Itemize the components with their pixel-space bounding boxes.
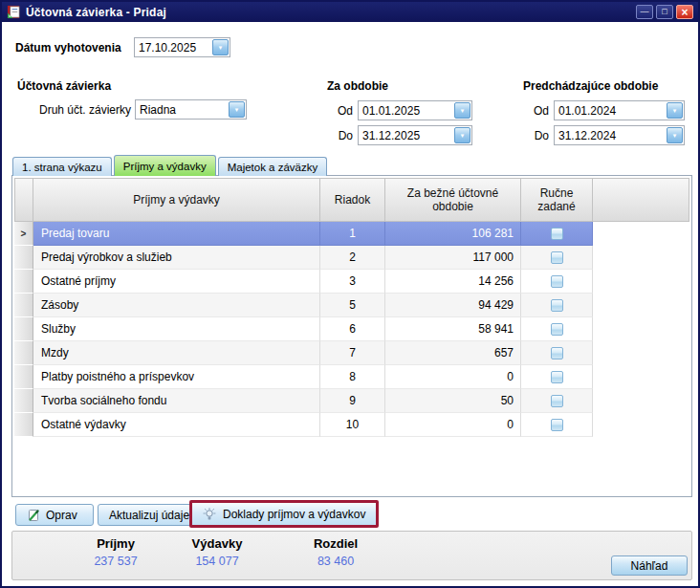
cell-suma: 58 941 xyxy=(385,317,521,341)
obdobie-do-combo: ▼ xyxy=(358,125,472,145)
manual-entry-checkbox[interactable] xyxy=(551,299,563,312)
table-row[interactable]: Ostatné príjmy 3 14 256 xyxy=(14,270,689,294)
cell-nazov: Mzdy xyxy=(33,341,320,365)
row-selector[interactable] xyxy=(14,413,33,437)
column-header-rucne[interactable]: Ručne zadané xyxy=(521,178,593,222)
cell-riadok: 6 xyxy=(320,317,385,341)
obdobie-do-dropdown-button[interactable]: ▼ xyxy=(454,127,470,143)
cell-riadok: 10 xyxy=(320,413,385,437)
manual-entry-checkbox[interactable] xyxy=(551,371,563,383)
aktualizuj-button[interactable]: Aktualizuj údaje xyxy=(98,504,201,526)
oprav-button[interactable]: Oprav xyxy=(15,504,94,526)
predch-do-dropdown-button[interactable]: ▼ xyxy=(667,127,683,143)
cell-rucne xyxy=(521,246,593,270)
manual-entry-checkbox[interactable] xyxy=(551,275,563,288)
maximize-button[interactable]: □ xyxy=(656,5,673,19)
cell-rucne xyxy=(521,222,593,246)
app-icon xyxy=(7,5,21,19)
cell-suma: 94 429 xyxy=(385,294,521,317)
tab-1-strana-vykazu[interactable]: 1. strana výkazu xyxy=(12,157,112,176)
manual-entry-checkbox[interactable] xyxy=(551,347,563,359)
tab-prijmy-a-vydavky[interactable]: Príjmy a výdavky xyxy=(114,155,216,176)
chevron-down-icon: ▼ xyxy=(460,108,466,114)
column-header-filler xyxy=(593,178,689,222)
cell-suma: 50 xyxy=(385,389,521,413)
predch-od-dropdown-button[interactable]: ▼ xyxy=(667,102,683,119)
group-predchadzajuce-title: Predchádzajúce obdobie xyxy=(523,79,658,93)
cell-rucne xyxy=(521,365,593,389)
aktualizuj-label: Aktualizuj údaje xyxy=(109,509,189,522)
table-row[interactable]: Tvorba sociálneho fondu 9 50 xyxy=(14,389,689,413)
doklady-button[interactable]: Doklady príjmov a výdavkov xyxy=(192,503,376,525)
cell-suma: 657 xyxy=(385,341,521,365)
manual-entry-checkbox[interactable] xyxy=(551,228,563,240)
chevron-down-icon: ▼ xyxy=(460,133,466,139)
table-row[interactable]: Mzdy 7 657 xyxy=(14,341,689,365)
cell-riadok: 5 xyxy=(320,294,385,317)
row-selector[interactable] xyxy=(14,389,33,413)
minimize-button[interactable]: — xyxy=(636,5,653,19)
table-row[interactable]: > Predaj tovaru 1 106 281 xyxy=(14,222,689,246)
predch-od-input[interactable] xyxy=(555,101,666,120)
row-selector[interactable] xyxy=(14,341,33,365)
cell-suma: 14 256 xyxy=(385,270,521,294)
table-row[interactable]: Zásoby 5 94 429 xyxy=(14,294,689,317)
column-header-nazov[interactable]: Príjmy a výdavky xyxy=(33,178,320,222)
druh-combo: ▼ xyxy=(135,99,247,120)
obdobie-do-label: Do xyxy=(332,129,353,142)
date-label: Dátum vyhotovenia xyxy=(15,41,121,54)
cell-rucne xyxy=(521,294,593,317)
cell-suma: 0 xyxy=(385,413,521,437)
edit-icon xyxy=(27,509,40,522)
druh-label: Druh účt. závierky xyxy=(31,103,131,117)
table-row[interactable]: Ostatné výdavky 10 0 xyxy=(14,413,689,437)
titlebar[interactable]: Účtovná závierka - Pridaj — □ × xyxy=(2,2,698,22)
close-button[interactable]: × xyxy=(676,5,693,19)
table-row[interactable]: Platby poistného a príspevkov 8 0 xyxy=(14,365,689,389)
row-selector[interactable]: > xyxy=(14,222,33,246)
cell-nazov: Predaj tovaru xyxy=(33,222,320,246)
prijmy-label: Príjmy xyxy=(63,536,168,551)
druh-input[interactable] xyxy=(136,100,228,119)
group-zavierka-title: Účtovná závierka xyxy=(17,79,111,93)
cell-riadok: 9 xyxy=(320,389,385,413)
tab-majetok-a-zavazky[interactable]: Majetok a záväzky xyxy=(218,157,328,176)
table-row[interactable]: Služby 6 58 941 xyxy=(14,317,689,341)
column-header-obdobie[interactable]: Za bežné účtovné obdobie xyxy=(385,178,521,222)
chevron-down-icon: ▼ xyxy=(218,45,224,51)
table-row[interactable]: Predaj výrobkov a služieb 2 117 000 xyxy=(14,246,689,270)
row-selector[interactable] xyxy=(14,294,33,317)
tab-content-panel: Príjmy a výdavky Riadok Za bežné účtovné… xyxy=(11,175,692,497)
cell-nazov: Predaj výrobkov a služieb xyxy=(33,246,320,270)
obdobie-do-input[interactable] xyxy=(359,126,453,144)
manual-entry-checkbox[interactable] xyxy=(551,251,563,264)
stat-prijmy: Príjmy 237 537 xyxy=(63,536,168,568)
cell-nazov: Zásoby xyxy=(33,294,320,317)
row-selector[interactable] xyxy=(14,365,33,389)
row-selector[interactable] xyxy=(14,246,33,270)
tab-bar: 1. strana výkazu Príjmy a výdavky Majeto… xyxy=(12,155,327,176)
doklady-highlight-border: Doklady príjmov a výdavkov xyxy=(189,500,379,528)
obdobie-od-label: Od xyxy=(332,104,353,118)
stat-rozdiel: Rozdiel 83 460 xyxy=(283,536,388,568)
obdobie-od-input[interactable] xyxy=(359,101,453,120)
manual-entry-checkbox[interactable] xyxy=(551,323,563,336)
cell-riadok: 1 xyxy=(320,222,385,246)
row-selector[interactable] xyxy=(14,317,33,341)
cell-riadok: 7 xyxy=(320,341,385,365)
nahlad-button[interactable]: Náhľad xyxy=(611,555,688,576)
cell-nazov: Služby xyxy=(33,317,320,341)
obdobie-od-dropdown-button[interactable]: ▼ xyxy=(454,102,470,119)
date-dropdown-button[interactable]: ▼ xyxy=(212,39,229,55)
grid-header-selector xyxy=(14,178,33,222)
cell-nazov: Platby poistného a príspevkov xyxy=(33,365,320,389)
druh-dropdown-button[interactable]: ▼ xyxy=(229,101,245,118)
manual-entry-checkbox[interactable] xyxy=(551,395,563,407)
predch-do-input[interactable] xyxy=(555,126,666,144)
date-input[interactable] xyxy=(135,38,211,56)
cell-rucne xyxy=(521,341,593,365)
row-selector[interactable] xyxy=(14,270,33,294)
column-header-riadok[interactable]: Riadok xyxy=(320,178,385,222)
manual-entry-checkbox[interactable] xyxy=(551,419,563,431)
stat-vydavky: Výdavky 154 077 xyxy=(164,536,270,568)
